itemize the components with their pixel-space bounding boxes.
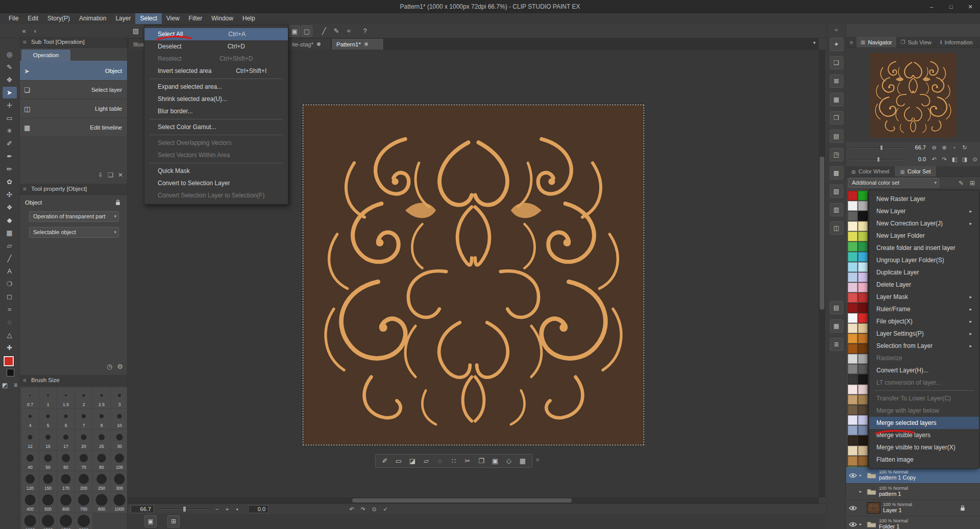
layer-name[interactable]: Layer 1 <box>883 507 912 514</box>
brush-size-cell[interactable]: 50 <box>39 450 57 471</box>
panel-menu-icon[interactable]: ≡ <box>23 375 27 386</box>
brush-size-cell[interactable]: 7 <box>75 409 92 429</box>
color-swatch[interactable] <box>858 211 868 221</box>
brush-size-cell[interactable]: 150 <box>39 471 57 492</box>
menu-item[interactable]: Convert to Selection Layer <box>144 177 288 189</box>
dock-palette-icon[interactable]: ≣ <box>830 338 843 351</box>
tool-menu-icon[interactable]: ≡ <box>14 382 17 389</box>
tool-button[interactable]: ✎ <box>3 61 17 73</box>
dock-collapse-icon[interactable]: « <box>827 27 845 33</box>
brush-size-cell[interactable]: 170 <box>57 471 75 492</box>
navigator-thumbnail[interactable] <box>870 53 957 138</box>
selection-launcher-icon[interactable]: ▭ <box>393 457 405 465</box>
dock-palette-icon[interactable]: ◫ <box>830 221 843 235</box>
brush-size-cell[interactable]: 2.5 <box>93 388 110 408</box>
menu-layer[interactable]: Layer <box>111 13 135 24</box>
color-swatch[interactable] <box>848 385 857 394</box>
navigator-zoom-icon[interactable]: ↻ <box>960 143 970 152</box>
tool-button[interactable]: ▦ <box>3 227 17 239</box>
dock-palette-icon[interactable]: ▧ <box>830 185 843 198</box>
brush-size-cell[interactable]: 70 <box>75 450 92 471</box>
brush-size-cell[interactable]: 200 <box>75 471 92 492</box>
brush-size-cell[interactable]: 60 <box>57 450 75 471</box>
dock-palette-icon[interactable]: ⊠ <box>830 74 843 88</box>
menu-item[interactable]: Delete Layer <box>869 279 979 291</box>
all-sides-view-icon[interactable]: ⊞ <box>167 515 180 527</box>
color-swatch[interactable] <box>848 446 857 456</box>
menu-item[interactable]: New Raster Layer <box>869 193 979 205</box>
color-swatch[interactable] <box>858 374 868 384</box>
menu-item[interactable]: Invert selected area Ctrl+Shift+I <box>144 65 288 77</box>
menu-item[interactable] <box>150 119 283 119</box>
selection-launcher-icon[interactable]: ◇ <box>503 457 515 465</box>
tab-modified-dot[interactable] <box>364 42 368 46</box>
tool-property-header[interactable]: ≡ Tool property [Object] <box>20 184 127 195</box>
brush-size-cell[interactable]: 120 <box>21 471 39 492</box>
tab-color-wheel[interactable]: ◍ Color Wheel <box>846 166 895 177</box>
expand-arrow-icon[interactable]: ▸ <box>860 522 864 526</box>
color-swatch[interactable] <box>848 436 857 445</box>
brush-size-cell[interactable]: 8 <box>93 409 110 429</box>
brush-size-cell[interactable]: 3 <box>111 388 127 408</box>
minimize-button[interactable]: – <box>922 0 941 13</box>
expand-arrow-icon[interactable]: ▸ <box>860 473 864 477</box>
menu-item[interactable]: Create folder and insert layer <box>869 242 979 254</box>
panel-menu-icon[interactable]: ≡ <box>23 184 27 194</box>
launcher-handle-icon[interactable]: ≡ <box>536 457 539 463</box>
dock-palette-icon[interactable]: ◳ <box>830 148 843 161</box>
rotate-right-icon[interactable]: ↷ <box>358 505 368 513</box>
subtool-group-tab[interactable]: Operation <box>21 49 70 61</box>
panel-footer-icon[interactable]: ⇩ <box>98 171 103 179</box>
canvas-vertical-scrollbar[interactable] <box>819 49 825 497</box>
brush-size-cell[interactable]: 25 <box>93 430 110 450</box>
workspace-toggle-icon[interactable]: ▣ <box>144 515 157 527</box>
menu-item[interactable]: Merge with layer below <box>869 405 979 417</box>
visibility-eye-icon[interactable] <box>849 506 857 511</box>
edit-color-set-icon[interactable]: ✎ <box>957 179 966 188</box>
zoom-fit-icon[interactable]: ▪ <box>233 505 242 513</box>
visibility-eye-icon[interactable] <box>849 473 857 478</box>
primary-color-chip[interactable] <box>4 356 14 366</box>
layer-row[interactable]: ▸ 100 % Normal pattern 1 Copy <box>846 467 980 484</box>
tool-button[interactable]: ╱ <box>3 253 17 264</box>
color-swatch[interactable] <box>858 191 868 200</box>
color-swatch[interactable] <box>848 395 857 405</box>
navigator-preview[interactable] <box>846 48 980 142</box>
tab-sub-view[interactable]: ❐ Sub View <box>897 37 936 47</box>
color-swatch[interactable] <box>848 334 857 343</box>
tool-button[interactable]: ✐ <box>3 138 17 149</box>
grid-toggle-icon[interactable]: ▨ <box>130 26 141 37</box>
brush-size-header[interactable]: ≡ Brush Size <box>20 375 127 386</box>
selectable-object-dropdown[interactable]: Selectable object ▾ <box>29 227 119 238</box>
navigator-zoom-icon[interactable]: ⊖ <box>929 143 939 152</box>
slider-knob[interactable] <box>877 157 880 162</box>
zoom-value[interactable]: 66.7 <box>131 505 154 513</box>
brush-size-cell[interactable]: 2 <box>75 388 92 408</box>
rotation-value[interactable]: 0.0 <box>248 505 268 513</box>
color-swatch[interactable] <box>858 334 868 343</box>
menu-item[interactable]: Rasterize <box>869 352 979 364</box>
brush-size-cell[interactable]: 400 <box>21 492 39 513</box>
tab-color-set[interactable]: ▦ Color Set <box>895 166 936 177</box>
tab-modified-dot[interactable] <box>317 42 321 46</box>
visibility-eye-icon[interactable] <box>849 522 857 527</box>
brush-size-cell[interactable]: 30 <box>111 430 127 450</box>
slider-knob[interactable] <box>880 145 883 150</box>
menu-file[interactable]: File <box>4 13 23 24</box>
color-swatch[interactable] <box>848 283 857 292</box>
color-swatch[interactable] <box>858 232 868 241</box>
navigator-rotate-icon[interactable]: ⊙ <box>970 155 980 164</box>
color-swatch[interactable] <box>858 405 868 415</box>
color-swatch[interactable] <box>848 364 857 374</box>
color-swatch[interactable] <box>848 293 857 303</box>
dock-palette-icon[interactable]: ▥ <box>830 203 843 216</box>
color-swatch[interactable] <box>848 262 857 272</box>
tool-button[interactable]: ≈ <box>3 304 17 315</box>
expand-arrow-icon[interactable]: ▸ <box>860 489 864 494</box>
tool-button[interactable]: ✥ <box>3 74 17 86</box>
brush-size-cell[interactable]: 40 <box>21 450 39 471</box>
color-swatch[interactable] <box>858 221 868 231</box>
color-swatch[interactable] <box>848 313 857 323</box>
brush-size-cell[interactable]: 80 <box>93 450 110 471</box>
menu-animation[interactable]: Animation <box>75 13 111 24</box>
